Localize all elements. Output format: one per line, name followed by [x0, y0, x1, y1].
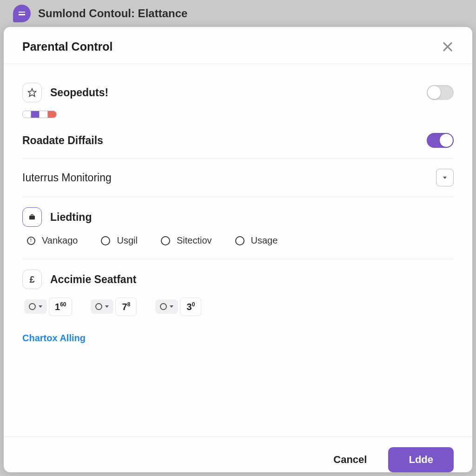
roadate-label: Roadate Diffails [22, 134, 103, 147]
roadate-toggle[interactable] [427, 133, 454, 148]
radio-usage[interactable]: Usage [235, 235, 278, 246]
radio-vankago[interactable]: ↑ Vankago [27, 235, 78, 246]
divider [22, 197, 454, 197]
primary-button[interactable]: Ldde [388, 447, 454, 472]
seopeduts-toggle[interactable] [427, 85, 454, 100]
star-icon [22, 83, 42, 102]
currency-icon: £ [22, 270, 42, 289]
radio-sitectiov[interactable]: Sitectiov [161, 235, 212, 246]
color-cell-4[interactable] [48, 111, 56, 118]
value-dropdown-3[interactable] [155, 299, 178, 314]
sheet-title: Parental Control [22, 40, 112, 53]
app-window: Sumlond Contoul: Elattance Parental Cont… [0, 0, 476, 476]
sheet-footer: Cancel Ldde [4, 436, 472, 472]
row-monitoring: Iuterrus Monitoring [22, 163, 454, 192]
divider [22, 158, 454, 159]
row-roadate: Roadate Diffails [22, 127, 454, 153]
chartox-link[interactable]: Chartox Alling [22, 323, 454, 349]
titlebar-text: Sumlond Contoul: Elattance [38, 7, 187, 20]
radio-usgil[interactable]: Usgil [101, 235, 137, 246]
value-dropdown-2[interactable] [91, 299, 113, 314]
svg-rect-2 [31, 215, 33, 216]
liedting-label: Liedting [50, 211, 92, 224]
row-seopeduts: Seopeduts! [22, 77, 454, 108]
value-group-2: 78 [91, 298, 137, 316]
monitoring-label: Iuterrus Monitoring [22, 172, 112, 184]
chevron-down-icon [443, 177, 447, 179]
color-cell-1[interactable] [23, 111, 31, 118]
close-icon[interactable] [442, 41, 454, 53]
color-cell-2[interactable] [31, 111, 40, 118]
svg-marker-0 [28, 89, 36, 97]
liedting-radio-group: ↑ Vankago Usgil Sitectiov Usage [22, 229, 454, 254]
value-dropdown-1[interactable] [24, 299, 47, 314]
seopeduts-label: Seopeduts! [50, 86, 108, 99]
value-group-3: 30 [155, 298, 201, 316]
cancel-button[interactable]: Cancel [325, 448, 375, 471]
monitoring-dropdown[interactable] [436, 169, 454, 186]
briefcase-icon [22, 207, 42, 227]
dialog-sheet: Parental Control Seopeduts! [4, 27, 472, 472]
row-accimie: £ Accimie Seatfant [22, 264, 454, 291]
row-liedting: Liedting [22, 202, 454, 229]
value-display-2: 78 [115, 298, 137, 316]
accimie-label: Accimie Seatfant [50, 273, 136, 286]
sheet-header: Parental Control [4, 27, 472, 64]
value-display-3: 30 [180, 298, 201, 316]
sheet-body: Seopeduts! Roadate Diffails Iuterrus Mon… [4, 64, 472, 436]
value-group-1: 160 [24, 298, 72, 316]
app-logo-icon [13, 5, 31, 22]
color-strip[interactable] [22, 111, 57, 118]
divider [22, 259, 454, 259]
value-display-1: 160 [49, 298, 72, 316]
color-cell-3[interactable] [40, 111, 48, 118]
titlebar: Sumlond Contoul: Elattance [0, 0, 476, 27]
accimie-values: 160 78 30 [22, 291, 454, 323]
